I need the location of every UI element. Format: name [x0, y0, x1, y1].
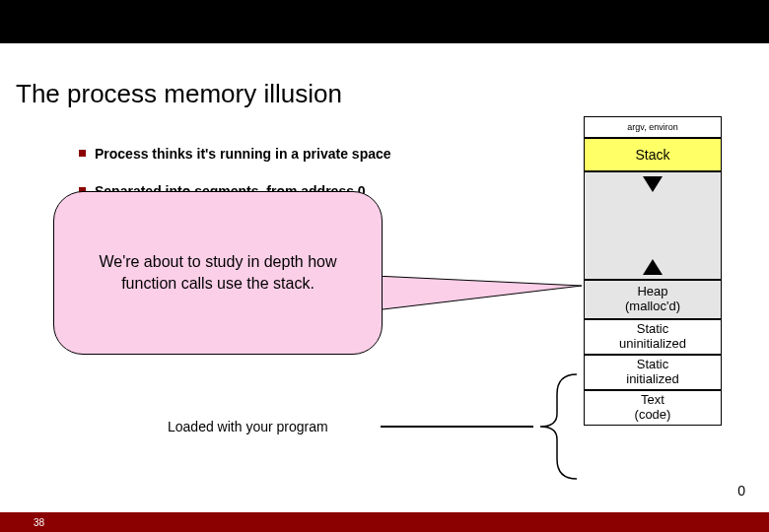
callout-bubble: We're about to study in depth how functi… [53, 191, 383, 355]
loaded-label: Loaded with your program [168, 419, 328, 434]
mem-static-uninit: Static uninitialized [584, 319, 722, 355]
mem-heap-l2: (malloc'd) [625, 299, 680, 314]
slide-title: The process memory illusion [16, 79, 342, 109]
callout-text: We're about to study in depth how functi… [74, 251, 362, 294]
mem-argv-environ: argv, environ [584, 116, 722, 138]
mem-gap [584, 171, 722, 280]
black-header-bar [0, 0, 769, 43]
callout-tail-icon [375, 276, 592, 325]
slide-number: 38 [34, 517, 44, 528]
mem-text-l1: Text [641, 393, 664, 408]
mem-static-init: Static initialized [584, 355, 722, 390]
mem-sinit-l2: initialized [626, 372, 678, 387]
bullet-1: Process thinks it's running in a private… [79, 146, 473, 162]
mem-text: Text (code) [584, 390, 722, 426]
footer-bar [0, 512, 769, 532]
connector-line [381, 426, 533, 428]
mem-zero: 0 [737, 483, 745, 499]
svg-marker-0 [375, 276, 582, 310]
mem-heap-l1: Heap [637, 285, 667, 299]
mem-sinit-l1: Static [637, 358, 669, 372]
mem-text-l2: (code) [635, 408, 671, 423]
mem-suninit-l1: Static [637, 322, 669, 337]
arrow-down-icon [643, 176, 663, 192]
arrow-up-icon [643, 259, 663, 275]
mem-heap: Heap (malloc'd) [584, 280, 722, 319]
curly-bracket-icon [532, 372, 582, 481]
mem-suninit-l2: uninitialized [619, 337, 686, 352]
mem-stack: Stack [584, 138, 722, 171]
memory-diagram: argv, environ Stack Heap (malloc'd) Stat… [584, 116, 722, 426]
